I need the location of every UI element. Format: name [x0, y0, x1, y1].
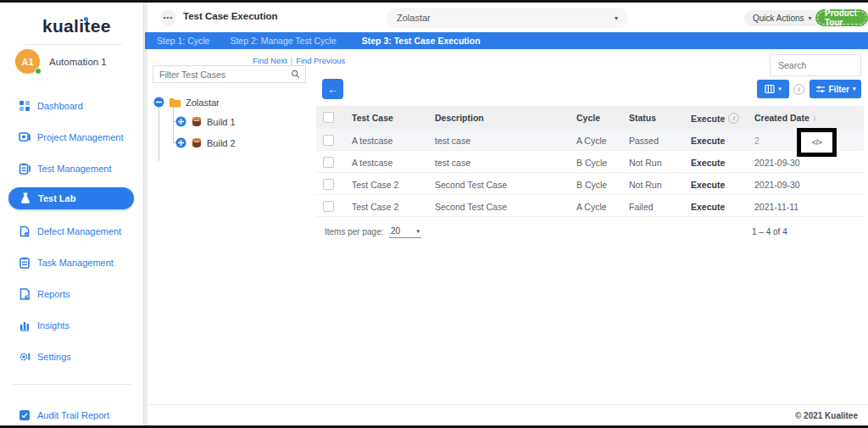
row-checkbox[interactable] [323, 179, 334, 190]
filter-button[interactable]: Filter ▾ [810, 80, 861, 98]
select-all-checkbox[interactable] [323, 112, 334, 123]
link-separator: | [287, 56, 296, 65]
tree-node-label[interactable]: Zolastar [186, 97, 220, 108]
chevron-down-icon: ▾ [615, 14, 618, 22]
project-management-icon [19, 131, 31, 143]
cell-created-date: 2021-11-11 [754, 202, 798, 212]
cell-status: Passed [629, 136, 659, 146]
row-checkbox[interactable] [323, 201, 334, 212]
tree-node-build-2[interactable]: Build 2 [175, 137, 236, 148]
sidebar-item-label: Dashboard [37, 101, 83, 111]
sidebar-item-label: Project Management [37, 132, 124, 142]
info-icon[interactable]: i [793, 84, 804, 95]
table-row[interactable]: A testcase test case A Cycle Passed Exec… [316, 129, 864, 151]
table-search-field[interactable] [770, 54, 861, 76]
search-icon[interactable] [291, 69, 300, 79]
tree-node-label[interactable]: Build 1 [207, 117, 236, 127]
cell-description: Second Test Case [435, 202, 507, 212]
product-tour-button[interactable]: Product Tour [815, 9, 868, 26]
columns-icon [765, 84, 775, 94]
items-per-page-value: 20 [391, 226, 400, 236]
sidebar-item-project-management[interactable]: Project Management [0, 126, 144, 148]
step-1-cycle[interactable]: Step 1: Cycle [157, 36, 209, 46]
project-select[interactable]: Zolastar ▾ [387, 8, 628, 28]
sidebar-item-test-management[interactable]: Test Management [0, 158, 144, 180]
column-settings-button[interactable]: ▾ [757, 80, 789, 98]
step-2-manage-test-cycle[interactable]: Step 2: Manage Test Cycle [230, 36, 336, 46]
logo-dot [84, 17, 88, 21]
cell-test-case: A testcase [352, 158, 392, 168]
find-next-link[interactable]: Find Next [253, 56, 287, 65]
row-checkbox[interactable] [323, 135, 334, 146]
cell-cycle: B Cycle [576, 158, 607, 168]
tree-node-label[interactable]: Build 2 [207, 138, 236, 148]
execute-link[interactable]: Execute [691, 158, 725, 168]
filter-test-cases-field[interactable] [153, 65, 306, 83]
page-title: Test Case Execution [183, 11, 278, 21]
expand-icon[interactable] [175, 137, 186, 148]
tree-connector [173, 105, 174, 143]
defect-management-icon [19, 225, 31, 237]
insights-icon [19, 320, 31, 331]
chevron-down-icon: ▾ [778, 86, 782, 92]
column-header-description[interactable]: Description [435, 113, 484, 123]
online-status-dot [35, 68, 42, 75]
build-icon [191, 137, 203, 148]
sidebar-item-settings[interactable]: Settings [0, 346, 144, 368]
task-management-icon [19, 257, 31, 269]
execute-link[interactable]: Execute [691, 136, 725, 146]
column-header-label: Created Date [754, 113, 810, 123]
collapse-icon[interactable] [153, 97, 164, 108]
expand-icon[interactable] [175, 116, 186, 127]
execute-link[interactable]: Execute [691, 180, 725, 190]
window-top-edge [0, 0, 868, 3]
table-row[interactable]: A testcase test case B Cycle Not Run Exe… [316, 151, 864, 173]
tree-node-build-1[interactable]: Build 1 [175, 116, 236, 127]
sidebar: kualitee A1 Automation 1 Dashboard Proje… [0, 3, 144, 425]
footer-divider [148, 404, 868, 405]
info-icon[interactable]: i [728, 113, 739, 124]
divider [13, 384, 131, 385]
table-row[interactable]: Test Case 2 Second Test Case B Cycle Not… [316, 173, 864, 195]
table-search-input[interactable] [771, 55, 860, 75]
column-header-status[interactable]: Status [629, 113, 656, 123]
quick-actions-button[interactable]: Quick Actions ▾ [744, 10, 821, 26]
items-per-page-select[interactable]: 20 ▾ [389, 225, 421, 238]
column-header-execute[interactable]: Executei [691, 113, 739, 124]
table-row[interactable]: Test Case 2 Second Test Case A Cycle Fai… [316, 195, 864, 217]
cell-test-case: Test Case 2 [352, 202, 398, 212]
filter-test-cases-input[interactable] [153, 69, 291, 80]
sidebar-item-label: Task Management [37, 258, 114, 268]
highlighted-code-action-button[interactable]: </> [797, 128, 837, 157]
column-header-test-case[interactable]: Test Case [352, 113, 393, 123]
execute-link[interactable]: Execute [691, 202, 725, 212]
back-button[interactable]: ← [322, 79, 343, 99]
column-header-cycle[interactable]: Cycle [576, 113, 600, 123]
sidebar-item-defect-management[interactable]: Defect Management [0, 220, 144, 242]
sidebar-item-dashboard[interactable]: Dashboard [0, 95, 144, 117]
ellipsis-menu-icon[interactable]: ••• [160, 9, 176, 25]
chevron-down-icon: ▾ [853, 86, 856, 92]
column-header-created-date[interactable]: Created Date↓ [754, 113, 816, 123]
test-case-table: Test Case Description Cycle Status Execu… [316, 106, 864, 217]
cell-created-date: 2 [754, 136, 760, 146]
sidebar-item-reports[interactable]: Reports [0, 283, 144, 305]
cell-cycle: A Cycle [576, 136, 607, 146]
cell-test-case: Test Case 2 [352, 180, 398, 190]
sidebar-item-task-management[interactable]: Task Management [0, 252, 144, 274]
kualitee-logo: kualitee [42, 16, 111, 36]
cell-test-case: A testcase [352, 136, 392, 146]
tree-node-zolastar[interactable]: Zolastar [153, 97, 220, 108]
chevron-down-icon: ▾ [416, 228, 420, 235]
filter-button-label: Filter [829, 85, 849, 94]
folder-icon [169, 97, 181, 108]
row-checkbox[interactable] [323, 157, 334, 168]
sidebar-item-test-lab[interactable]: Test Lab [8, 187, 134, 209]
step-3-test-case-execution[interactable]: Step 3: Test Case Execution [362, 36, 481, 46]
find-previous-link[interactable]: Find Previous [296, 56, 345, 65]
tree-connector [159, 103, 159, 161]
sidebar-item-insights[interactable]: Insights [0, 314, 144, 336]
sort-descending-icon[interactable]: ↓ [813, 114, 817, 122]
cell-cycle: B Cycle [576, 180, 607, 190]
cell-status: Not Run [629, 180, 662, 190]
